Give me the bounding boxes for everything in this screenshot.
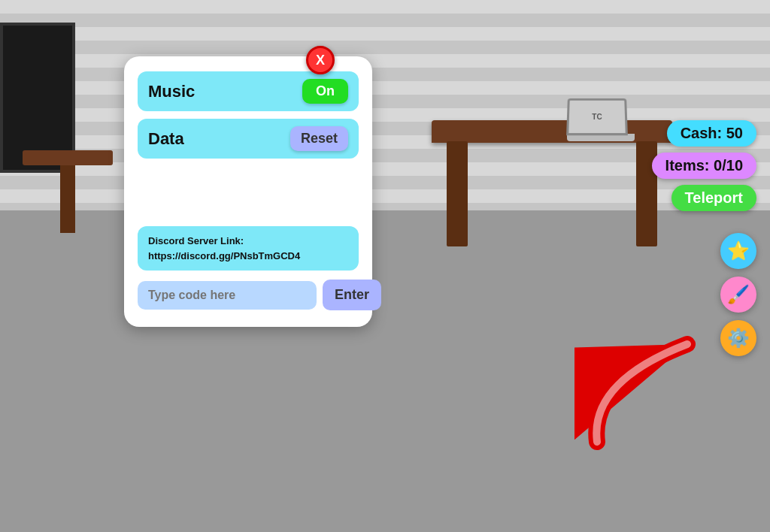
- code-input-row: Enter: [138, 280, 359, 310]
- arrow-decoration: [574, 322, 725, 457]
- table-top: [23, 150, 113, 165]
- laptop-screen: TC: [566, 98, 628, 135]
- music-setting-row: Music On: [138, 71, 359, 111]
- settings-dialog: X Music On Data Reset Discord Server Lin…: [124, 56, 372, 327]
- cash-display: Cash: 50: [667, 120, 756, 147]
- gear-icon: ⚙️: [727, 328, 750, 349]
- laptop: TC: [567, 98, 642, 143]
- brush-icon: 🖌️: [727, 284, 750, 305]
- code-input[interactable]: [138, 281, 317, 310]
- laptop-label: TC: [592, 113, 602, 121]
- close-button[interactable]: X: [306, 46, 335, 74]
- table-leg-left: [447, 141, 468, 246]
- hud: Cash: 50 Items: 0/10 Teleport: [652, 120, 756, 211]
- star-button[interactable]: ⭐: [720, 233, 756, 269]
- star-icon: ⭐: [727, 240, 750, 261]
- discord-info-box: Discord Server Link: https://discord.gg/…: [138, 226, 359, 271]
- discord-label: Discord Server Link:: [148, 235, 244, 246]
- table-leg: [60, 165, 75, 233]
- discord-link: https://discord.gg/PNsbTmGCD4: [148, 250, 300, 261]
- brush-button[interactable]: 🖌️: [720, 277, 756, 313]
- small-table: [23, 150, 113, 240]
- enter-button[interactable]: Enter: [323, 280, 381, 310]
- music-toggle-button[interactable]: On: [302, 79, 348, 104]
- desk-table: TC: [432, 120, 672, 255]
- gear-button[interactable]: ⚙️: [720, 320, 756, 356]
- data-label: Data: [148, 129, 184, 149]
- data-reset-button[interactable]: Reset: [290, 126, 348, 151]
- items-display: Items: 0/10: [652, 153, 756, 179]
- data-setting-row: Data Reset: [138, 119, 359, 159]
- spacer: [138, 166, 359, 226]
- icon-button-group: ⭐ 🖌️ ⚙️: [720, 233, 756, 356]
- teleport-button[interactable]: Teleport: [671, 185, 756, 211]
- music-label: Music: [148, 82, 195, 101]
